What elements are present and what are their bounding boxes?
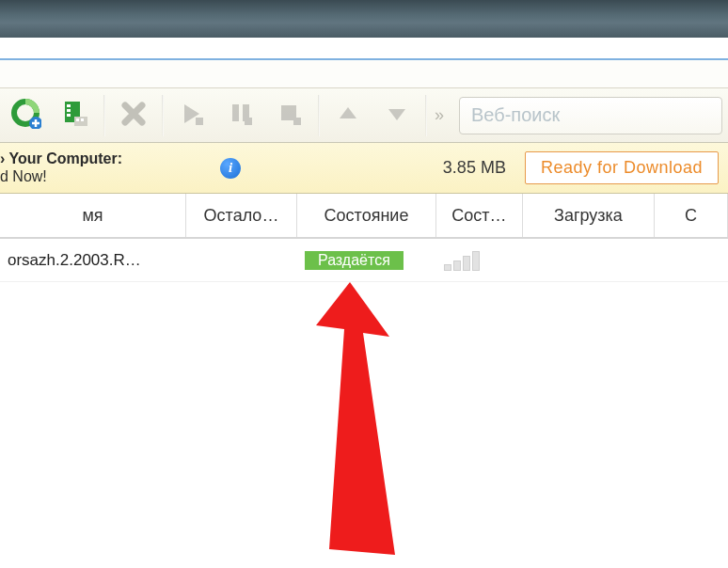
toolbar: » [0,88,728,143]
remove-icon [120,101,147,131]
col-state2[interactable]: Сост… [436,194,523,237]
move-up-icon [336,102,360,130]
add-file-icon [61,100,89,132]
add-file-button[interactable] [55,95,96,136]
svg-rect-11 [232,104,239,121]
web-search-box[interactable] [459,97,722,134]
stop-button[interactable] [269,95,310,136]
play-icon [179,101,205,131]
svg-marker-17 [388,109,405,120]
svg-marker-16 [340,107,356,118]
toolbar-sep-1 [103,95,105,136]
col-state[interactable]: Состояние [297,194,436,237]
stop-icon [277,101,303,131]
notification-bar: › Your Computer: d Now! i 3.85 MB Ready … [0,143,728,194]
cell-state: Раздаётся [297,251,436,270]
column-headers: мя Остало… Состояние Сост… Загрузка С [0,194,728,239]
pause-icon [228,101,254,131]
info-icon: i [220,158,241,179]
pause-button[interactable] [220,95,261,136]
move-up-button[interactable] [327,95,369,136]
toolbar-sep-2 [162,95,164,136]
col-remaining[interactable]: Остало… [186,194,297,237]
toolbar-sep-4 [425,95,427,136]
svg-marker-18 [316,282,395,555]
svg-rect-3 [67,104,71,107]
table-row[interactable]: orsazh.2.2003.R… Раздаётся [0,239,728,282]
annotation-arrow [263,282,414,564]
move-down-icon [385,102,409,130]
menu-area [0,60,728,88]
file-size-text: 3.85 MB [443,158,506,178]
window-titlebar [0,0,728,38]
remove-button[interactable] [113,95,154,136]
move-down-button[interactable] [376,95,418,136]
add-torrent-button[interactable] [6,95,47,136]
svg-rect-7 [76,118,79,121]
web-search-input[interactable] [469,103,712,127]
toolbar-overflow-icon[interactable]: » [435,105,444,125]
cell-health [436,250,523,271]
cell-name: orsazh.2.2003.R… [0,251,186,270]
notification-line1: › Your Computer: [0,150,122,167]
col-download[interactable]: Загрузка [523,194,655,237]
ready-for-download-button[interactable]: Ready for Download [525,151,719,184]
svg-rect-5 [67,114,71,117]
svg-rect-8 [81,118,84,121]
signal-bars-icon [444,250,515,271]
seeding-badge: Раздаётся [305,251,404,270]
outer-gap [0,38,728,58]
notification-text: › Your Computer: d Now! [0,150,122,185]
app-frame: » › Your Computer: d Now! i 3.85 MB Read… [0,58,728,282]
add-torrent-icon [11,99,41,133]
notification-line2: d Now! [0,168,122,185]
col-last[interactable]: С [655,194,728,237]
svg-rect-13 [245,118,252,125]
svg-rect-15 [293,118,301,125]
toolbar-sep-3 [318,95,320,136]
col-name[interactable]: мя [0,194,186,237]
start-button[interactable] [171,95,213,136]
svg-rect-10 [196,118,203,125]
svg-rect-4 [67,109,71,112]
